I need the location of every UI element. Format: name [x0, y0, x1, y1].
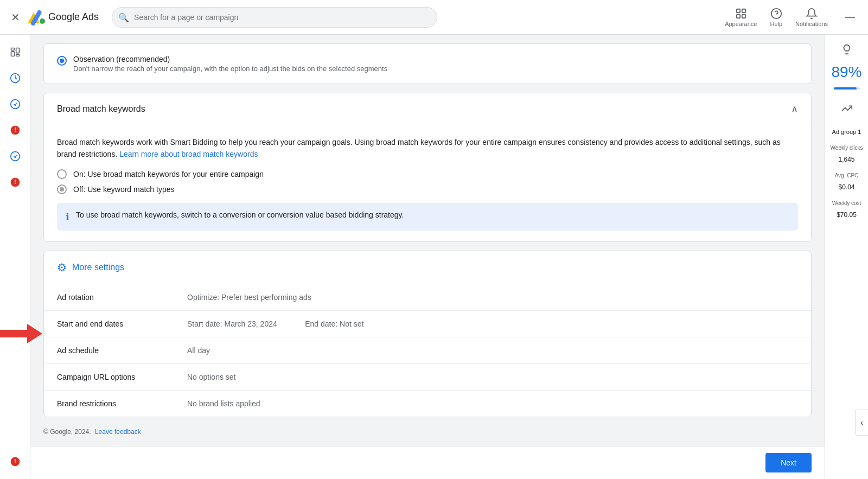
sidebar-item-error3[interactable]: ! — [4, 451, 26, 472]
observation-desc: Don't narrow the reach of your campaign,… — [73, 65, 387, 73]
weekly-clicks-value: 1,645 — [838, 156, 854, 163]
chevron-up-icon: ∧ — [791, 103, 798, 115]
search-bar: 🔍 — [112, 7, 437, 28]
broad-match-off-label: Off: Use keyword match types — [73, 185, 174, 194]
avg-cpc-value: $0.04 — [838, 183, 854, 191]
panel-collapse-button[interactable]: ‹ — [855, 410, 868, 436]
gear-icon: ⚙ — [57, 261, 67, 274]
info-icon: ℹ — [66, 211, 69, 223]
progress-percent: 89% — [831, 63, 861, 81]
error-icon-2: ! — [10, 177, 21, 188]
progress-bar-fill — [834, 87, 857, 90]
observation-radio[interactable] — [57, 56, 67, 66]
leave-feedback-link[interactable]: Leave feedback — [95, 428, 141, 436]
broad-match-on-row: On: Use broad match keywords for your en… — [57, 169, 798, 179]
more-settings-card: ⚙ More settings Ad rotation Optimize: Pr… — [43, 251, 812, 417]
help-label: Help — [770, 21, 782, 27]
logo: Google Ads — [28, 9, 99, 26]
more-settings-header[interactable]: ⚙ More settings — [44, 251, 811, 284]
help-button[interactable]: Help — [770, 8, 782, 27]
overview-icon — [10, 47, 21, 58]
broad-match-header[interactable]: Broad match keywords ∧ — [44, 93, 811, 125]
brand-restrictions-label: Brand restrictions — [57, 399, 187, 408]
radio-inner — [60, 59, 64, 63]
svg-rect-5 — [742, 9, 745, 12]
observation-title: Observation (recommended) — [73, 55, 387, 63]
notifications-label: Notifications — [795, 21, 828, 27]
copyright: © Google, 2024. — [43, 428, 91, 436]
sidebar-item-adgroups[interactable] — [4, 93, 26, 115]
error-icon-1: ! — [10, 125, 21, 136]
sidebar-item-check[interactable] — [4, 145, 26, 167]
arrow-indicator — [0, 324, 42, 343]
campaign-url-value: No options set — [187, 373, 236, 381]
weekly-cost-label: Weekly cost — [832, 200, 861, 207]
broad-match-info-text: To use broad match keywords, switch to a… — [76, 210, 404, 219]
weekly-cost-value: $70.05 — [837, 211, 857, 219]
search-input[interactable] — [112, 7, 437, 28]
bulb-icon — [841, 43, 853, 57]
svg-rect-10 — [11, 48, 14, 50]
more-settings-wrapper: ⚙ More settings Ad rotation Optimize: Pr… — [43, 251, 812, 417]
svg-text:!: ! — [14, 127, 16, 133]
right-panel: 89% Ad group 1 Weekly clicks 1,645 Avg. … — [825, 35, 868, 479]
campaigns-icon — [10, 73, 21, 84]
start-end-dates-row: Start and end dates Start date: March 23… — [44, 310, 811, 337]
ad-group-label: Ad group 1 — [832, 128, 861, 136]
svg-text:!: ! — [14, 179, 16, 185]
broad-match-on-radio[interactable] — [57, 169, 67, 179]
weekly-clicks-label: Weekly clicks — [831, 144, 863, 151]
adgroups-icon — [10, 99, 21, 110]
svg-rect-7 — [742, 14, 745, 17]
ad-schedule-value: All day — [187, 346, 210, 355]
main-content: Observation (recommended) Don't narrow t… — [30, 35, 825, 479]
sidebar-item-overview[interactable] — [4, 41, 26, 63]
broad-match-off-radio[interactable] — [57, 184, 67, 194]
close-button[interactable]: ✕ — [9, 9, 22, 26]
broad-match-link[interactable]: Learn more about broad match keywords — [119, 150, 258, 158]
progress-bar — [834, 87, 860, 90]
brand-restrictions-row: Brand restrictions No brand lists applie… — [44, 390, 811, 417]
svg-rect-6 — [737, 14, 740, 17]
svg-rect-4 — [737, 9, 740, 12]
appearance-button[interactable]: Appearance — [725, 8, 757, 27]
arrow-body — [0, 330, 27, 337]
ad-rotation-label: Ad rotation — [57, 293, 187, 302]
svg-rect-12 — [11, 52, 14, 56]
google-ads-logo-icon — [28, 9, 45, 26]
topbar-left: ✕ Google Ads — [9, 9, 99, 26]
sidebar-item-error2[interactable]: ! — [4, 171, 26, 193]
trend-icon — [841, 103, 853, 117]
svg-rect-11 — [16, 48, 19, 53]
broad-match-off-row: Off: Use keyword match types — [57, 184, 798, 194]
notifications-button[interactable]: Notifications — [795, 8, 828, 27]
svg-text:!: ! — [14, 458, 16, 464]
ad-schedule-label: Ad schedule — [57, 346, 187, 355]
ad-schedule-row: Ad schedule All day — [44, 337, 811, 363]
radio-selected-inner — [60, 187, 64, 191]
appearance-label: Appearance — [725, 21, 757, 27]
footer: © Google, 2024. Leave feedback — [43, 426, 812, 438]
sidebar-item-campaigns[interactable] — [4, 67, 26, 89]
brand-restrictions-value: No brand lists applied — [187, 399, 260, 408]
topbar: ✕ Google Ads 🔍 Appearance — [0, 0, 868, 35]
topbar-right: Appearance Help Notifications — — [725, 8, 859, 27]
search-icon: 🔍 — [118, 12, 129, 22]
start-end-dates-label: Start and end dates — [57, 320, 187, 328]
svg-rect-13 — [16, 54, 19, 56]
next-button[interactable]: Next — [765, 453, 812, 472]
campaign-url-row: Campaign URL options No options set — [44, 363, 811, 390]
appearance-icon — [735, 8, 747, 20]
broad-match-body: Broad match keywords work with Smart Bid… — [44, 125, 811, 241]
svg-point-15 — [10, 100, 20, 109]
more-settings-title: More settings — [72, 263, 124, 272]
start-end-dates-value: Start date: March 23, 2024 End date: Not… — [187, 320, 363, 328]
minimize-button[interactable]: — — [841, 9, 859, 25]
bottom-bar: Next — [30, 446, 825, 479]
ad-rotation-row: Ad rotation Optimize: Prefer best perfor… — [44, 284, 811, 310]
sidebar-item-error1[interactable]: ! — [4, 119, 26, 141]
broad-match-on-label: On: Use broad match keywords for your en… — [73, 170, 264, 178]
broad-match-title: Broad match keywords — [57, 104, 145, 114]
help-icon — [770, 8, 782, 20]
arrow-head — [27, 324, 42, 343]
